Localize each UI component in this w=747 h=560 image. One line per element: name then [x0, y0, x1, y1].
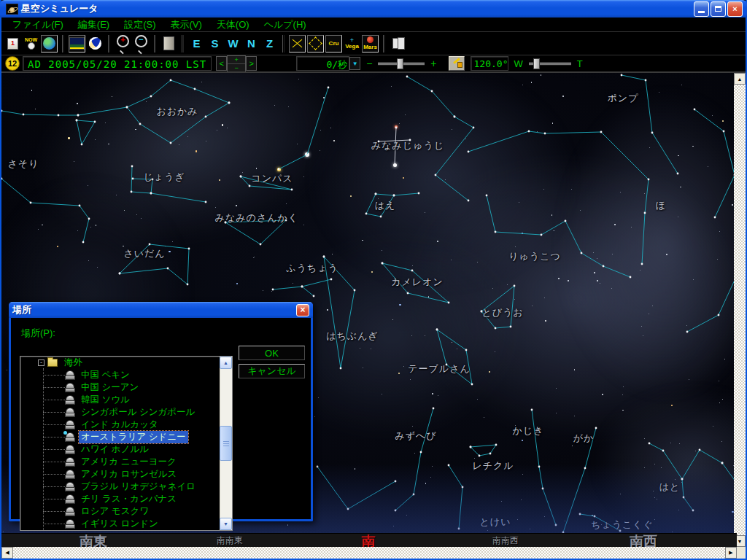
dir-north-button[interactable]: N: [243, 35, 260, 52]
toolbar-separator: [182, 35, 184, 52]
observatory-icon: [65, 470, 75, 479]
constellation-label: おおかみ: [156, 105, 198, 118]
tree-root-row[interactable]: - 海外: [20, 357, 220, 369]
tree-connector: [43, 424, 65, 425]
location-icon[interactable]: [41, 35, 58, 52]
collapse-icon[interactable]: -: [38, 359, 44, 366]
minimize-icon: [698, 11, 705, 13]
speed-plus-label[interactable]: +: [430, 58, 436, 69]
menu-item[interactable]: 天体(O): [210, 18, 256, 32]
menu-item[interactable]: 表示(V): [164, 18, 209, 32]
constellation-label: はえ: [375, 199, 396, 212]
binoculars-icon[interactable]: [390, 35, 406, 52]
scroll-left-icon[interactable]: ◀: [1, 547, 13, 559]
zenith-button[interactable]: Z: [261, 35, 278, 52]
title-bar[interactable]: 星空シミュレータ ×: [0, 0, 747, 18]
menu-item[interactable]: 設定(S): [117, 18, 162, 32]
dialog-titlebar[interactable]: 場所 ×: [9, 302, 313, 318]
dialog-close-button[interactable]: ×: [296, 304, 309, 316]
tree-connector: [43, 400, 65, 400]
fov-display[interactable]: 120.0°: [471, 56, 508, 71]
speed-minus-label[interactable]: −: [366, 58, 372, 69]
dir-east-button[interactable]: E: [188, 35, 205, 52]
scroll-up-icon[interactable]: ▲: [734, 73, 746, 85]
tree-item[interactable]: ロシア モスクワ: [20, 505, 220, 518]
observatory-icon: [65, 494, 75, 504]
constellation-label: かじき: [513, 424, 544, 438]
sky-view-icon[interactable]: [87, 35, 104, 52]
menu-item[interactable]: ヘルプ(H): [258, 18, 313, 32]
star-name-icon[interactable]: Vega: [344, 35, 360, 52]
folder-icon: [47, 359, 58, 367]
scroll-right-icon[interactable]: ▶: [725, 547, 737, 559]
speed-slider-thumb[interactable]: [397, 58, 403, 69]
map-horizontal-scrollbar[interactable]: ◀ ▶: [1, 547, 737, 559]
tree-scrollbar[interactable]: ▲ ▼: [220, 357, 232, 530]
location-tree[interactable]: - 海外 中国 ペキン中国 シーアン韓国 ソウルシンガポール シンガポールインド…: [20, 356, 233, 531]
constellation-art-icon[interactable]: [307, 35, 324, 52]
menu-item[interactable]: ファイル(F): [6, 18, 70, 32]
tree-item[interactable]: チリ ラス・カンパナス: [20, 493, 220, 505]
dir-east-button-label: E: [193, 37, 200, 50]
constellation-lines-icon[interactable]: [289, 35, 306, 52]
speed-combo[interactable]: 0/秒 ▼: [296, 56, 360, 71]
speed-slider[interactable]: [378, 63, 425, 65]
dropdown-icon[interactable]: ▼: [349, 57, 360, 70]
location-dialog: 場所 × 場所(P): - 海外 中国 ペキン中国 シーアン韓国 ソウルシンガポ…: [9, 302, 313, 521]
tree-item[interactable]: 韓国 ソウル: [20, 394, 220, 406]
tree-scroll-track[interactable]: [220, 369, 232, 518]
panel-icon[interactable]: [160, 35, 177, 52]
datetime-display[interactable]: AD 2005/05/20 21:00:00 LST: [23, 56, 212, 71]
fov-slider-thumb[interactable]: [533, 58, 540, 69]
close-button[interactable]: ×: [727, 1, 743, 17]
direction-label: 南南東: [217, 534, 243, 547]
tree-item[interactable]: ブラジル リオデジャネイロ: [20, 481, 220, 493]
restore-button[interactable]: [711, 1, 726, 17]
menu-item[interactable]: 編集(E): [71, 18, 116, 32]
tree-item-label: ブラジル リオデジャネイロ: [79, 481, 198, 493]
zoom-in-icon[interactable]: [115, 35, 131, 52]
now-icon[interactable]: NOW: [23, 35, 39, 52]
time-step-forward-button[interactable]: >: [246, 56, 257, 71]
observatory-icon: [65, 457, 75, 467]
scroll-track[interactable]: [734, 85, 746, 535]
direction-bar: 南東南南東南南南西南西: [1, 533, 737, 547]
planet-name-icon[interactable]: Mars: [362, 35, 379, 52]
time-toolbar: 12 AD 2005/05/20 21:00:00 LST < + − > 0/…: [1, 55, 746, 73]
ok-button[interactable]: OK: [239, 346, 305, 360]
tree-item-label: ロシア モスクワ: [79, 505, 151, 518]
tree-item[interactable]: 中国 シーアン: [20, 381, 220, 394]
tree-item[interactable]: イギリス ロンドン: [20, 518, 220, 530]
tree-scroll-up-icon[interactable]: ▲: [220, 357, 232, 369]
datetime-icon[interactable]: [4, 35, 21, 52]
cancel-button[interactable]: キャンセル: [239, 364, 305, 378]
tree-scroll-down-icon[interactable]: ▼: [220, 518, 232, 530]
tree-item[interactable]: 中国 ペキン: [20, 369, 220, 381]
observatory-icon: [65, 445, 75, 454]
tree-scrollbar-thumb[interactable]: [220, 426, 232, 461]
zoom-out-icon[interactable]: [133, 35, 150, 52]
tree-item[interactable]: アメリカ ロサンゼルス: [20, 468, 220, 481]
time-plus-button[interactable]: +: [228, 56, 245, 64]
fov-slider[interactable]: [529, 63, 571, 65]
edit-lock-button[interactable]: [449, 56, 465, 71]
tree-item[interactable]: シンガポール シンガポール: [20, 406, 220, 419]
time-minus-button[interactable]: −: [228, 64, 245, 71]
tree-item-label: アメリカ ロサンゼルス: [79, 468, 179, 481]
constellation-label: テーブルさん: [408, 362, 471, 376]
tree-item[interactable]: インド カルカッタ: [20, 419, 220, 431]
horizon-view-icon[interactable]: [69, 35, 85, 52]
minimize-button[interactable]: [694, 1, 709, 17]
tree-item[interactable]: ハワイ ホノルル: [20, 443, 220, 456]
tree-item[interactable]: アメリカ ニューヨーク: [20, 456, 220, 468]
map-vertical-scrollbar[interactable]: ▲ ▼: [734, 73, 746, 547]
dir-west-button[interactable]: W: [225, 35, 241, 52]
dir-south-button[interactable]: S: [206, 35, 223, 52]
time-step-back-button[interactable]: <: [216, 56, 227, 71]
constellation-name-icon[interactable]: Cru: [325, 35, 342, 52]
tree-connector: [43, 462, 65, 462]
constellation-label: はと: [659, 481, 681, 494]
zenith-button-label: Z: [266, 37, 273, 50]
scroll-track[interactable]: [13, 547, 725, 559]
tree-item[interactable]: オーストラリア シドニー: [20, 431, 220, 443]
